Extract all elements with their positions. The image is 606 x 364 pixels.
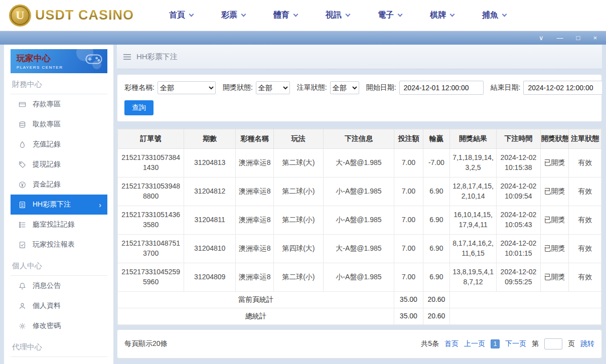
chevron-down-icon [346,12,351,17]
cell-play: 第二球(大) [273,149,323,177]
cell-play: 第二球(小) [273,177,323,206]
chevron-down-icon [450,12,455,17]
jump-page-input[interactable] [544,338,562,349]
col-header-bet-info: 下注信息 [323,129,394,149]
cell-draw-status: 已開獎 [540,149,569,177]
sidebar-item-announcements[interactable]: 消息公告 [11,276,107,296]
sidebar-item-change-password[interactable]: 修改密碼 [11,316,107,336]
table-row: 2152173310452595960 31204809 澳洲幸运8 第二球(小… [118,263,601,292]
nav-item-sports[interactable]: 體育 [259,10,312,21]
cell-lottery-name: 澳洲幸运8 [236,263,274,292]
nav-item-home[interactable]: 首頁 [155,10,207,21]
cell-bet-status: 有效 [569,263,601,292]
lottery-name-select[interactable]: 全部 [158,81,216,94]
cell-bet-time: 2024-12-02 10:05:43 [497,206,541,235]
cell-win-loss: -7.00 [423,149,449,177]
cell-bet-info: 大-A盤@1.985 [323,149,394,177]
filter-label: 開獎狀態: [223,83,253,92]
sidebar-item-withdraw[interactable]: 取款專區 [11,114,107,134]
cell-bet-amount: 7.00 [394,206,423,235]
cell-win-loss: 6.90 [423,177,449,206]
jump-label-after: 页 [568,339,575,348]
coins-icon [19,121,26,128]
current-page-indicator[interactable]: 1 [491,339,500,348]
cell-period: 31204811 [184,206,236,235]
cell-play: 第二球(小) [273,206,323,235]
sidebar-item-funds-records[interactable]: 資金記錄 [11,174,107,195]
section-finance-center: 財務中心 [11,80,107,94]
sidebar-item-label: 廳室投註記錄 [33,220,75,229]
sidebar-item-label: 消息公告 [33,281,61,290]
deposit-card-icon [19,101,26,108]
window-collapse-icon[interactable]: ∨ [539,35,544,41]
chevron-right-icon: › [99,201,101,209]
main-nav: 首頁 彩票 體育 視訊 電子 棋牌 捕魚 [155,10,520,21]
sidebar-item-hh-lottery-bets[interactable]: HH彩票下注 › [11,195,107,215]
sidebar: 玩家中心 PLAYERS CENTER 財務中心 存款專區 取款專區 充值記錄 … [4,45,113,364]
page-title: HH彩票下注 [136,52,178,62]
cell-play: 第二球(小) [273,263,323,292]
logo-letter: U [16,9,24,22]
nav-label: 彩票 [221,10,237,21]
nav-item-video[interactable]: 視訊 [312,10,364,21]
summary-label: 總統計 [118,308,394,325]
sidebar-item-deposit[interactable]: 存款專區 [11,94,107,114]
summary-win-total: 20.60 [423,292,449,308]
brand-logo: U USDT CASINO [9,5,134,27]
sidebar-item-label: 取款專區 [33,120,61,129]
end-date-input[interactable] [523,81,602,95]
sidebar-item-profile[interactable]: 個人資料 [11,296,107,316]
section-agent-center: 代理中心 [11,342,107,357]
nav-item-egames[interactable]: 電子 [364,10,416,21]
draw-status-select[interactable]: 全部 [256,81,290,94]
chevron-down-icon [502,12,507,17]
sidebar-item-cashout-records[interactable]: 提現記錄 [11,154,107,174]
cell-draw-result: 12,8,17,4,15,2,10,14 [450,177,497,206]
bet-status-select[interactable]: 全部 [330,81,359,94]
cell-order-no: 2152173310487513700 [118,235,184,263]
col-header-order-no: 訂單號 [118,129,184,149]
nav-item-lottery[interactable]: 彩票 [207,10,259,21]
col-header-period: 期數 [184,129,236,149]
sidebar-header: 玩家中心 PLAYERS CENTER [11,49,107,73]
start-date-input[interactable] [399,81,484,95]
hall-records-icon [19,221,26,229]
jump-button[interactable]: 跳转 [580,339,594,348]
cell-bet-time: 2024-12-02 10:01:15 [497,235,541,263]
sidebar-item-label: 充值記錄 [33,140,61,149]
window-minimize-icon[interactable]: — [557,35,563,41]
cell-order-no: 2152173310539488800 [118,177,184,206]
bets-table: 訂單號 期數 彩種名稱 玩法 下注信息 投注額 輸贏 開獎結果 下注時間 開獎狀… [117,129,601,325]
filter-start-date: 開始日期: [366,81,484,95]
cell-bet-status: 有效 [569,235,601,263]
hamburger-menu-icon[interactable] [123,54,131,60]
cell-bet-time: 2024-12-02 09:55:25 [497,263,541,292]
cell-lottery-name: 澳洲幸运8 [236,177,274,206]
bets-table-card: 訂單號 期數 彩種名稱 玩法 下注信息 投注額 輸贏 開獎結果 下注時間 開獎狀… [117,128,602,325]
first-page-link[interactable]: 首页 [444,339,459,348]
funds-icon [19,181,26,189]
summary-win-total: 20.60 [423,308,449,325]
cell-draw-status: 已開獎 [540,206,569,235]
nav-label: 視訊 [326,10,342,21]
table-row: 2152173310487513700 31204810 澳洲幸运8 第四球(大… [118,235,601,263]
page-summary-row: 當前頁統計 35.00 20.60 [118,292,601,308]
sidebar-item-player-bet-report[interactable]: 玩家投注報表 [11,235,107,255]
sidebar-item-hall-bet-records[interactable]: 廳室投註記錄 [11,215,107,235]
nav-item-cards[interactable]: 棋牌 [416,10,468,21]
window-maximize-icon[interactable]: □ [576,35,580,41]
nav-item-fishing[interactable]: 捕魚 [468,10,520,21]
cell-bet-info: 小-A盤@1.985 [323,206,394,235]
prev-page-link[interactable]: 上一页 [464,339,485,348]
summary-bet-total: 35.00 [394,308,423,325]
filter-label: 注單狀態: [297,83,327,92]
cell-bet-time: 2024-12-02 10:09:54 [497,177,541,206]
nav-label: 首頁 [169,10,185,21]
filter-label: 彩種名稱: [124,83,155,92]
cell-period: 31204813 [184,149,236,177]
window-close-icon[interactable]: × [593,35,597,41]
search-button[interactable]: 查詢 [124,100,154,115]
next-page-link[interactable]: 下一页 [505,339,526,348]
cell-lottery-name: 澳洲幸运8 [236,206,274,235]
sidebar-item-recharge-records[interactable]: 充值記錄 [11,134,107,154]
